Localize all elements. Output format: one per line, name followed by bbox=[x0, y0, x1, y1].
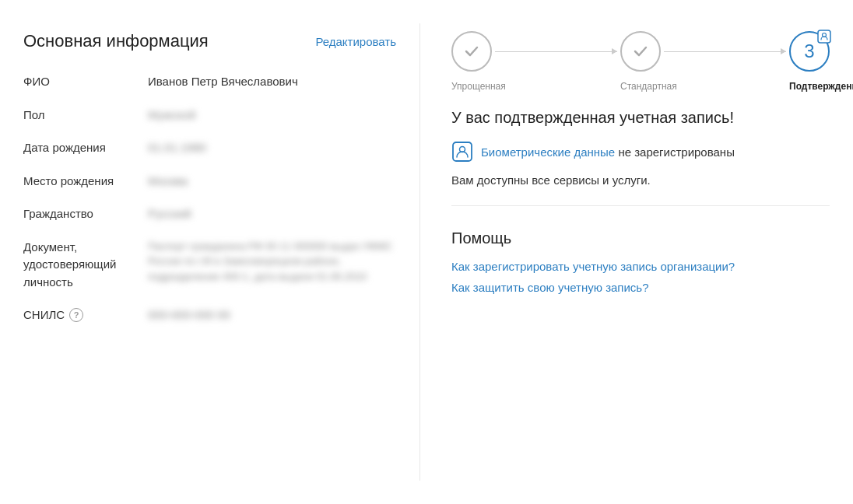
help-title: Помощь bbox=[451, 229, 830, 247]
biometric-row: Биометрические данные не зарегистрирован… bbox=[451, 141, 830, 163]
value-birthplace: Москва bbox=[148, 173, 396, 191]
biometric-link[interactable]: Биометрические данные bbox=[481, 145, 615, 159]
field-citizenship: Гражданство Русский bbox=[23, 205, 396, 223]
step-label-3: Подтвержденная bbox=[789, 81, 830, 92]
label-citizenship: Гражданство bbox=[23, 205, 148, 223]
value-document: Паспорт гражданина РФ 00 11 000000 выдан… bbox=[148, 239, 396, 285]
steps-labels: Упрощенная Стандартная Подтвержденная bbox=[451, 81, 830, 92]
value-snils: 000-000-000 00 bbox=[148, 306, 396, 324]
left-panel: Основная информация Редактировать ФИО Ив… bbox=[0, 23, 420, 481]
label-birthdate: Дата рождения bbox=[23, 139, 148, 157]
biometric-text: Биометрические данные не зарегистрирован… bbox=[481, 145, 735, 159]
biometric-icon bbox=[451, 141, 473, 163]
step-circle-2 bbox=[620, 31, 661, 72]
field-birthplace: Место рождения Москва bbox=[23, 173, 396, 191]
step-arrow-1 bbox=[495, 51, 617, 52]
step3-number: 3 bbox=[804, 40, 814, 62]
edit-link[interactable]: Редактировать bbox=[315, 35, 396, 48]
label-document: Документ,удостоверяющийличность bbox=[23, 239, 148, 292]
section-header: Основная информация Редактировать bbox=[23, 31, 396, 51]
field-birthdate: Дата рождения 01.01.1980 bbox=[23, 139, 396, 157]
field-snils: СНИЛС ? 000-000-000 00 bbox=[23, 306, 396, 324]
progress-section: 3 Упрощенная Стандартная Подтвержденная bbox=[451, 31, 830, 206]
step-label-2: Стандартная bbox=[620, 81, 661, 92]
label-snils: СНИЛС ? bbox=[23, 306, 148, 324]
value-gender: Мужской bbox=[148, 107, 396, 124]
value-birthdate: 01.01.1980 bbox=[148, 139, 396, 157]
step-arrow-2 bbox=[664, 51, 786, 52]
right-panel: 3 Упрощенная Стандартная Подтвержденная bbox=[420, 23, 853, 481]
field-document: Документ,удостоверяющийличность Паспорт … bbox=[23, 239, 396, 292]
step-circle-3: 3 bbox=[789, 31, 830, 72]
field-gender: Пол Мужской bbox=[23, 107, 396, 124]
value-fio: Иванов Петр Вячеславович bbox=[148, 73, 396, 91]
help-section: Помощь Как зарегистрировать учетную запи… bbox=[451, 229, 830, 294]
label-fio: ФИО bbox=[23, 73, 148, 91]
steps-row: 3 bbox=[451, 31, 830, 72]
help-link-org[interactable]: Как зарегистрировать учетную запись орга… bbox=[451, 260, 830, 273]
label-birthplace: Место рождения bbox=[23, 173, 148, 191]
step-circle-1 bbox=[451, 31, 492, 72]
help-link-protect[interactable]: Как защитить свою учетную запись? bbox=[451, 281, 830, 294]
confirmed-title: У вас подтвержденная учетная запись! bbox=[451, 109, 830, 127]
biometric-suffix: не зарегистрированы bbox=[615, 145, 735, 159]
label-gender: Пол bbox=[23, 107, 148, 124]
snils-help-icon[interactable]: ? bbox=[69, 308, 83, 322]
section-title: Основная информация bbox=[23, 31, 209, 51]
field-fio: ФИО Иванов Петр Вячеславович bbox=[23, 73, 396, 91]
value-citizenship: Русский bbox=[148, 205, 396, 223]
step-label-1: Упрощенная bbox=[451, 81, 492, 92]
services-text: Вам доступны все сервисы и услуги. bbox=[451, 173, 830, 187]
